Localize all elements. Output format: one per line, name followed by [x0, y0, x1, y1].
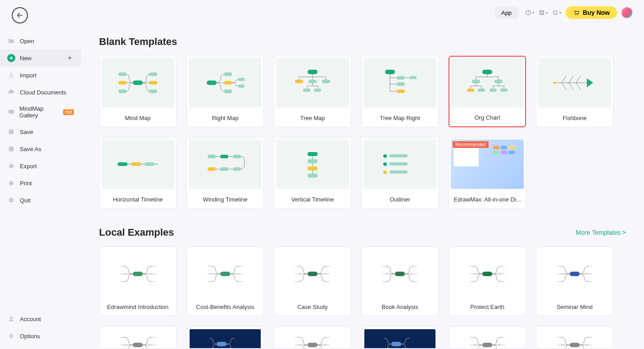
sidebar-item-import[interactable]: Import [0, 67, 81, 84]
sidebar-item-label: Options [20, 333, 40, 340]
example-card[interactable]: Edrawmind Introduction [99, 246, 177, 316]
example-card[interactable]: Case Study [274, 246, 351, 316]
template-label: Tree Map Right [362, 109, 438, 127]
svg-rect-23 [118, 89, 127, 93]
template-card-mindmap[interactable]: Mind Map [99, 56, 177, 127]
svg-rect-35 [308, 80, 317, 83]
template-card-outliner[interactable]: Outliner [361, 137, 439, 209]
template-preview [363, 58, 436, 107]
svg-rect-17 [542, 10, 544, 12]
template-preview [276, 139, 349, 189]
sidebar-item-open[interactable]: Open [0, 32, 81, 49]
cart-icon [573, 9, 580, 16]
sidebar-item-label: New [20, 55, 32, 62]
svg-rect-39 [385, 70, 395, 74]
svg-rect-8 [10, 200, 12, 200]
sidebar-item-print[interactable]: Print [0, 174, 81, 192]
shirt-icon[interactable]: ▾ [552, 8, 561, 17]
grid-icon[interactable]: ▾ [539, 8, 548, 17]
example-label: Book Analysis [362, 298, 438, 316]
template-preview [189, 139, 262, 189]
svg-rect-62 [308, 166, 317, 170]
sidebar-item-gallery[interactable]: MindMap Gallery Hot [0, 101, 81, 123]
svg-point-11 [10, 335, 12, 336]
svg-point-12 [576, 14, 576, 15]
template-card-edrawmax[interactable]: RecommendedEdrawMax: All-in-one Di... [449, 137, 526, 209]
arrow-left-icon [16, 11, 24, 19]
example-card[interactable] [274, 326, 351, 349]
template-card-fishbone[interactable]: Fishbone [536, 56, 613, 127]
examples-grid-row2 [99, 326, 626, 349]
more-templates-link[interactable]: More Templates > [576, 229, 626, 236]
examples-grid: Edrawmind IntroductionCost-Benefits Anal… [99, 246, 626, 316]
svg-rect-73 [395, 272, 405, 276]
example-card[interactable] [186, 326, 264, 349]
template-card-wtimeline[interactable]: Winding Timeline [186, 137, 264, 209]
svg-rect-40 [397, 76, 405, 80]
example-card[interactable]: Seminar Mind [536, 246, 613, 316]
quit-icon [7, 196, 15, 204]
buy-now-button[interactable]: Buy Now [566, 6, 617, 19]
svg-rect-72 [308, 272, 317, 276]
example-label: Edrawmind Introduction [100, 298, 176, 316]
svg-rect-28 [224, 72, 232, 76]
sidebar-item-cloud[interactable]: Cloud Documents [0, 84, 81, 101]
svg-rect-0 [9, 110, 14, 113]
template-card-treemapright[interactable]: Tree Map Right [361, 56, 439, 127]
sidebar-item-export[interactable]: Export [0, 157, 81, 174]
svg-rect-1 [9, 130, 14, 134]
recommended-badge: Recommended [453, 141, 489, 148]
chat-icon [7, 108, 15, 116]
sidebar-item-quit[interactable]: Quit [0, 192, 81, 209]
svg-rect-45 [472, 80, 480, 83]
sidebar-item-saveas[interactable]: Save As [0, 140, 81, 157]
template-card-orgchart[interactable]: Org Chart [449, 56, 526, 127]
svg-rect-25 [149, 81, 157, 85]
help-icon[interactable]: ?▾ [525, 8, 534, 17]
buy-now-label: Buy Now [583, 9, 610, 16]
back-button[interactable] [12, 7, 28, 23]
svg-rect-58 [220, 167, 228, 171]
template-card-vtimeline[interactable]: Vertical Timeline [274, 137, 351, 209]
svg-rect-22 [118, 81, 127, 85]
example-card[interactable]: Book Analysis [361, 246, 439, 316]
example-card[interactable] [536, 326, 613, 349]
gear-icon [7, 332, 15, 340]
plus-icon[interactable]: + [66, 54, 74, 62]
svg-rect-80 [482, 343, 492, 347]
svg-rect-47 [467, 89, 474, 92]
svg-rect-42 [397, 89, 405, 93]
template-card-htimeline[interactable]: Horizontal Timeline [99, 137, 177, 209]
sidebar-item-options[interactable]: Options [0, 327, 81, 345]
main-area: Buy Now App ?▾ ▾ ▾ .topbar{justify-conte… [81, 0, 644, 349]
template-preview [276, 58, 349, 107]
example-card[interactable]: Cost-Benefits Analysis [186, 246, 264, 316]
example-preview [539, 329, 610, 349]
template-label: Winding Timeline [187, 191, 263, 208]
template-label: Right Map [187, 109, 263, 127]
template-card-treemap[interactable]: Tree Map [274, 56, 351, 127]
sidebar-item-account[interactable]: Account [0, 310, 81, 327]
template-preview [451, 58, 524, 107]
example-card[interactable] [361, 326, 439, 349]
sidebar-item-save[interactable]: Save [0, 123, 81, 140]
example-preview [364, 329, 435, 349]
svg-text:?: ? [527, 11, 529, 14]
svg-rect-57 [233, 167, 241, 171]
example-card[interactable] [449, 326, 526, 349]
example-preview [277, 250, 348, 298]
svg-rect-59 [208, 167, 216, 171]
saveas-icon [7, 145, 15, 153]
template-label: Org Chart [449, 109, 525, 126]
example-card[interactable]: Protect Earth [449, 246, 526, 316]
svg-rect-51 [118, 162, 127, 166]
template-card-rightmap[interactable]: Right Map [186, 56, 264, 127]
svg-rect-50 [500, 89, 508, 92]
app-tab[interactable]: App [495, 7, 518, 19]
example-card[interactable] [99, 326, 177, 349]
avatar[interactable] [621, 7, 632, 18]
svg-rect-70 [133, 272, 143, 276]
example-label: Protect Earth [449, 298, 526, 316]
svg-rect-49 [490, 89, 497, 92]
sidebar-item-new[interactable]: + New + [0, 49, 81, 67]
